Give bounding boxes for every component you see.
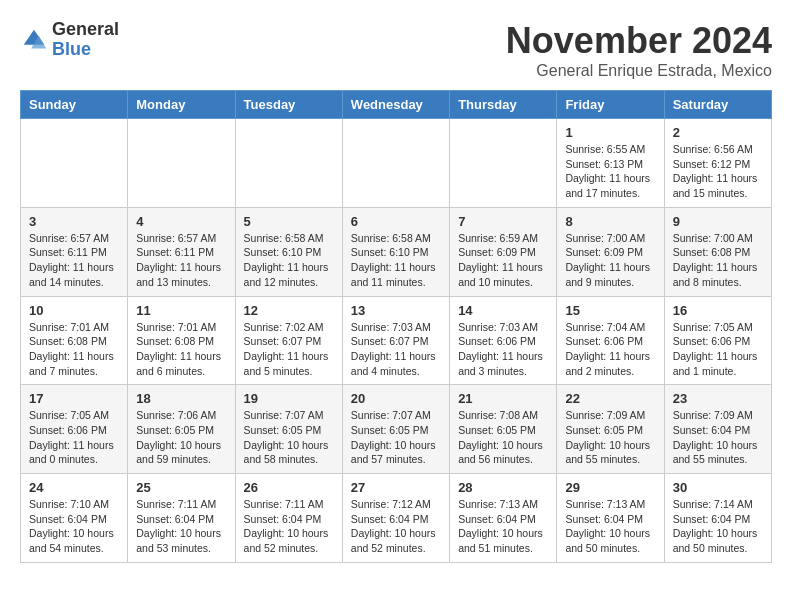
calendar-week-row: 24Sunrise: 7:10 AM Sunset: 6:04 PM Dayli… [21, 474, 772, 563]
day-number: 28 [458, 480, 548, 495]
day-number: 3 [29, 214, 119, 229]
column-header-sunday: Sunday [21, 91, 128, 119]
day-info: Sunrise: 6:55 AM Sunset: 6:13 PM Dayligh… [565, 142, 655, 201]
calendar-cell: 26Sunrise: 7:11 AM Sunset: 6:04 PM Dayli… [235, 474, 342, 563]
day-number: 18 [136, 391, 226, 406]
calendar-cell: 18Sunrise: 7:06 AM Sunset: 6:05 PM Dayli… [128, 385, 235, 474]
day-info: Sunrise: 7:04 AM Sunset: 6:06 PM Dayligh… [565, 320, 655, 379]
calendar-cell: 27Sunrise: 7:12 AM Sunset: 6:04 PM Dayli… [342, 474, 449, 563]
day-number: 8 [565, 214, 655, 229]
day-number: 9 [673, 214, 763, 229]
calendar-cell: 15Sunrise: 7:04 AM Sunset: 6:06 PM Dayli… [557, 296, 664, 385]
day-info: Sunrise: 6:57 AM Sunset: 6:11 PM Dayligh… [29, 231, 119, 290]
calendar-cell: 10Sunrise: 7:01 AM Sunset: 6:08 PM Dayli… [21, 296, 128, 385]
calendar-cell: 13Sunrise: 7:03 AM Sunset: 6:07 PM Dayli… [342, 296, 449, 385]
day-number: 6 [351, 214, 441, 229]
logo-icon [20, 26, 48, 54]
day-number: 7 [458, 214, 548, 229]
day-info: Sunrise: 7:14 AM Sunset: 6:04 PM Dayligh… [673, 497, 763, 556]
calendar-table: SundayMondayTuesdayWednesdayThursdayFrid… [20, 90, 772, 563]
calendar-cell [450, 119, 557, 208]
calendar-cell: 23Sunrise: 7:09 AM Sunset: 6:04 PM Dayli… [664, 385, 771, 474]
day-info: Sunrise: 6:57 AM Sunset: 6:11 PM Dayligh… [136, 231, 226, 290]
column-header-wednesday: Wednesday [342, 91, 449, 119]
calendar-cell [21, 119, 128, 208]
day-info: Sunrise: 7:02 AM Sunset: 6:07 PM Dayligh… [244, 320, 334, 379]
calendar-cell [342, 119, 449, 208]
calendar-cell: 3Sunrise: 6:57 AM Sunset: 6:11 PM Daylig… [21, 207, 128, 296]
day-info: Sunrise: 7:00 AM Sunset: 6:09 PM Dayligh… [565, 231, 655, 290]
calendar-cell: 29Sunrise: 7:13 AM Sunset: 6:04 PM Dayli… [557, 474, 664, 563]
day-info: Sunrise: 7:09 AM Sunset: 6:04 PM Dayligh… [673, 408, 763, 467]
calendar-week-row: 10Sunrise: 7:01 AM Sunset: 6:08 PM Dayli… [21, 296, 772, 385]
day-info: Sunrise: 6:58 AM Sunset: 6:10 PM Dayligh… [244, 231, 334, 290]
calendar-cell: 20Sunrise: 7:07 AM Sunset: 6:05 PM Dayli… [342, 385, 449, 474]
title-block: November 2024 General Enrique Estrada, M… [506, 20, 772, 80]
day-info: Sunrise: 7:07 AM Sunset: 6:05 PM Dayligh… [351, 408, 441, 467]
logo-text: General Blue [52, 20, 119, 60]
column-header-tuesday: Tuesday [235, 91, 342, 119]
day-number: 10 [29, 303, 119, 318]
calendar-cell: 24Sunrise: 7:10 AM Sunset: 6:04 PM Dayli… [21, 474, 128, 563]
day-number: 20 [351, 391, 441, 406]
day-number: 26 [244, 480, 334, 495]
day-info: Sunrise: 7:03 AM Sunset: 6:06 PM Dayligh… [458, 320, 548, 379]
day-info: Sunrise: 7:01 AM Sunset: 6:08 PM Dayligh… [136, 320, 226, 379]
location-subtitle: General Enrique Estrada, Mexico [506, 62, 772, 80]
day-number: 11 [136, 303, 226, 318]
day-number: 4 [136, 214, 226, 229]
logo-blue-text: Blue [52, 40, 119, 60]
day-number: 22 [565, 391, 655, 406]
day-number: 30 [673, 480, 763, 495]
column-header-monday: Monday [128, 91, 235, 119]
calendar-cell: 21Sunrise: 7:08 AM Sunset: 6:05 PM Dayli… [450, 385, 557, 474]
page-header: General Blue November 2024 General Enriq… [20, 20, 772, 80]
column-header-saturday: Saturday [664, 91, 771, 119]
calendar-cell: 12Sunrise: 7:02 AM Sunset: 6:07 PM Dayli… [235, 296, 342, 385]
day-number: 2 [673, 125, 763, 140]
logo: General Blue [20, 20, 119, 60]
day-number: 15 [565, 303, 655, 318]
calendar-cell: 9Sunrise: 7:00 AM Sunset: 6:08 PM Daylig… [664, 207, 771, 296]
calendar-cell: 28Sunrise: 7:13 AM Sunset: 6:04 PM Dayli… [450, 474, 557, 563]
day-info: Sunrise: 7:07 AM Sunset: 6:05 PM Dayligh… [244, 408, 334, 467]
calendar-cell: 19Sunrise: 7:07 AM Sunset: 6:05 PM Dayli… [235, 385, 342, 474]
calendar-week-row: 1Sunrise: 6:55 AM Sunset: 6:13 PM Daylig… [21, 119, 772, 208]
calendar-week-row: 3Sunrise: 6:57 AM Sunset: 6:11 PM Daylig… [21, 207, 772, 296]
calendar-header-row: SundayMondayTuesdayWednesdayThursdayFrid… [21, 91, 772, 119]
day-number: 14 [458, 303, 548, 318]
day-info: Sunrise: 7:01 AM Sunset: 6:08 PM Dayligh… [29, 320, 119, 379]
calendar-cell: 5Sunrise: 6:58 AM Sunset: 6:10 PM Daylig… [235, 207, 342, 296]
calendar-cell: 7Sunrise: 6:59 AM Sunset: 6:09 PM Daylig… [450, 207, 557, 296]
day-number: 19 [244, 391, 334, 406]
calendar-cell: 11Sunrise: 7:01 AM Sunset: 6:08 PM Dayli… [128, 296, 235, 385]
day-number: 12 [244, 303, 334, 318]
day-info: Sunrise: 7:10 AM Sunset: 6:04 PM Dayligh… [29, 497, 119, 556]
day-number: 29 [565, 480, 655, 495]
logo-general-text: General [52, 20, 119, 40]
calendar-cell [128, 119, 235, 208]
day-info: Sunrise: 7:03 AM Sunset: 6:07 PM Dayligh… [351, 320, 441, 379]
calendar-cell: 17Sunrise: 7:05 AM Sunset: 6:06 PM Dayli… [21, 385, 128, 474]
calendar-cell [235, 119, 342, 208]
calendar-cell: 14Sunrise: 7:03 AM Sunset: 6:06 PM Dayli… [450, 296, 557, 385]
calendar-cell: 8Sunrise: 7:00 AM Sunset: 6:09 PM Daylig… [557, 207, 664, 296]
calendar-cell: 2Sunrise: 6:56 AM Sunset: 6:12 PM Daylig… [664, 119, 771, 208]
day-info: Sunrise: 7:11 AM Sunset: 6:04 PM Dayligh… [136, 497, 226, 556]
day-number: 24 [29, 480, 119, 495]
day-info: Sunrise: 6:56 AM Sunset: 6:12 PM Dayligh… [673, 142, 763, 201]
column-header-friday: Friday [557, 91, 664, 119]
day-number: 17 [29, 391, 119, 406]
day-info: Sunrise: 7:13 AM Sunset: 6:04 PM Dayligh… [458, 497, 548, 556]
day-info: Sunrise: 7:00 AM Sunset: 6:08 PM Dayligh… [673, 231, 763, 290]
day-info: Sunrise: 6:58 AM Sunset: 6:10 PM Dayligh… [351, 231, 441, 290]
day-number: 23 [673, 391, 763, 406]
day-number: 5 [244, 214, 334, 229]
day-info: Sunrise: 7:08 AM Sunset: 6:05 PM Dayligh… [458, 408, 548, 467]
day-number: 16 [673, 303, 763, 318]
day-info: Sunrise: 7:05 AM Sunset: 6:06 PM Dayligh… [673, 320, 763, 379]
day-number: 27 [351, 480, 441, 495]
day-info: Sunrise: 7:11 AM Sunset: 6:04 PM Dayligh… [244, 497, 334, 556]
calendar-cell: 22Sunrise: 7:09 AM Sunset: 6:05 PM Dayli… [557, 385, 664, 474]
day-info: Sunrise: 7:06 AM Sunset: 6:05 PM Dayligh… [136, 408, 226, 467]
